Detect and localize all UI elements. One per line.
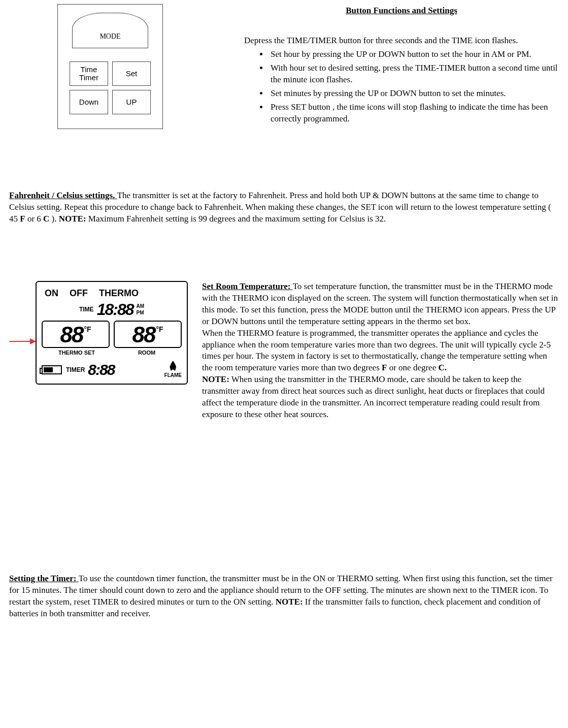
- srt-c: C.: [438, 363, 447, 372]
- thermo-set-box: 88 °F: [42, 321, 110, 348]
- temp-labels-row: THERMO SET ROOM: [42, 349, 182, 357]
- lcd-mode-row: ON OFF THERMO: [42, 287, 182, 299]
- timer-digits: 8:88: [88, 362, 114, 377]
- set-button: Set: [112, 61, 151, 86]
- thermo-set-value: 88: [60, 324, 83, 346]
- lcd-on: ON: [45, 287, 58, 299]
- fc-note-label: NOTE:: [59, 214, 86, 224]
- ampm-indicators: AM PM: [136, 303, 144, 316]
- srt-text: When using the transmitter in the THERMO…: [202, 374, 545, 419]
- intro-paragraph: Depress the TIME/TIMER button for three …: [244, 35, 559, 47]
- fahrenheit-celsius-section: Fahrenheit / Celsius settings. The trans…: [9, 190, 559, 225]
- srt-paragraph-3: NOTE: When using the transmitter in the …: [202, 374, 559, 421]
- room-label: ROOM: [112, 349, 182, 357]
- list-item: Press SET button , the time icons will s…: [269, 102, 559, 125]
- room-temp-box: 88 °F: [114, 321, 182, 348]
- lcd-off: OFF: [70, 287, 88, 299]
- flame-label: FLAME: [164, 372, 182, 379]
- battery-icon: [42, 365, 62, 374]
- timer-heading: Setting the Timer:: [9, 574, 79, 583]
- time-label: TIME: [79, 305, 94, 313]
- up-button: UP: [112, 90, 151, 114]
- fc-heading: Fahrenheit / Celsius settings.: [9, 191, 117, 200]
- flame-indicator: FLAME: [164, 361, 182, 379]
- remote-body: MODE Time Timer Set Down UP: [57, 4, 163, 129]
- fc-c: C: [43, 214, 49, 224]
- timer-paragraph: Setting the Timer: To use the countdown …: [9, 573, 559, 620]
- timer-label: TIMER: [66, 366, 85, 374]
- srt-paragraph-1: Set Room Temperature: To set temperature…: [202, 281, 559, 328]
- lcd-diagram: ON OFF THERMO TIME 18:88 AM PM 88 °F: [36, 281, 188, 385]
- lcd-timer-row: TIMER 8:88 FLAME: [42, 361, 182, 379]
- srt-note-label: NOTE:: [202, 374, 229, 384]
- srt-f: F: [382, 363, 387, 372]
- srt-text: or one degree: [387, 363, 438, 372]
- lcd-screen: ON OFF THERMO TIME 18:88 AM PM 88 °F: [36, 281, 188, 385]
- instruction-list: Set hour by pressing the UP or DOWN butt…: [244, 49, 559, 125]
- thermo-set-label: THERMO SET: [42, 349, 112, 357]
- time-digits: 18:88: [97, 301, 133, 318]
- srt-text: When the THERMO feature is programmed, t…: [202, 328, 551, 373]
- list-item: Set hour by pressing the UP or DOWN butt…: [269, 49, 559, 60]
- lcd-time-row: TIME 18:88 AM PM: [42, 301, 182, 318]
- fc-paragraph: Fahrenheit / Celsius settings. The trans…: [9, 190, 559, 225]
- fc-text: Maximum Fahrenheit setting is 99 degrees…: [86, 214, 386, 224]
- list-item: With hour set to desired setting, press …: [269, 62, 559, 86]
- room-temp-row: ON OFF THERMO TIME 18:88 AM PM 88 °F: [9, 281, 559, 421]
- remote-button-grid: Time Timer Set Down UP: [70, 61, 151, 114]
- timer-section: Setting the Timer: To use the countdown …: [9, 573, 559, 620]
- srt-heading: Set Room Temperature:: [202, 281, 293, 291]
- room-temp-text: Set Room Temperature: To set temperature…: [202, 281, 559, 421]
- pm-label: PM: [136, 309, 144, 316]
- btn-line2: Timer: [79, 74, 98, 82]
- time-timer-button: Time Timer: [70, 61, 108, 86]
- flame-icon: [170, 361, 177, 371]
- intro-text-column: Button Functions and Settings Depress th…: [244, 4, 559, 127]
- srt-paragraph-2: When the THERMO feature is programmed, t…: [202, 328, 559, 374]
- fc-text: or 6: [25, 214, 43, 224]
- lcd-thermo: THERMO: [99, 287, 139, 299]
- btn-line1: Time: [81, 66, 97, 74]
- timer-note-label: NOTE:: [276, 597, 303, 607]
- list-item: Set minutes by pressing the UP or DOWN b…: [269, 88, 559, 100]
- intro-row: MODE Time Timer Set Down UP Button Funct…: [9, 4, 559, 129]
- am-label: AM: [136, 303, 144, 310]
- remote-diagram: MODE Time Timer Set Down UP: [57, 4, 163, 129]
- fc-text: ).: [49, 214, 58, 224]
- lcd-temp-row: 88 °F 88 °F: [42, 321, 182, 348]
- room-temp-value: 88: [132, 324, 155, 346]
- mode-button: MODE: [72, 13, 148, 48]
- page-title: Button Functions and Settings: [244, 5, 559, 17]
- deg-f-label: °F: [84, 325, 91, 334]
- arrow-icon: [9, 341, 36, 342]
- fc-f: F: [20, 214, 25, 224]
- down-button: Down: [70, 90, 108, 114]
- deg-f-label: °F: [156, 325, 163, 334]
